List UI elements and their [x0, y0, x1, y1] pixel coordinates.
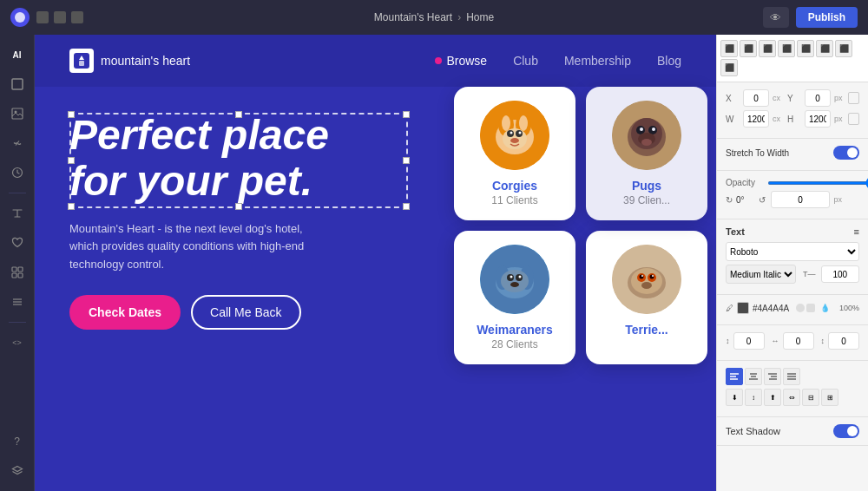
valign-stretch-btn[interactable]: ⇔	[783, 389, 800, 406]
svg-point-42	[510, 276, 513, 278]
text-shadow-toggle[interactable]	[833, 424, 859, 438]
spacing-b-icon: ↕	[821, 337, 825, 345]
text-shadow-row: Text Shadow	[726, 424, 859, 438]
font-size-input[interactable]	[821, 265, 860, 283]
rotation-input[interactable]	[771, 191, 831, 208]
valign-stretch2-btn[interactable]: ⊟	[802, 389, 819, 406]
grid-icon[interactable]	[4, 259, 30, 285]
svg-point-50	[640, 275, 644, 279]
h-input[interactable]	[805, 110, 831, 128]
ai-icon[interactable]: AI	[4, 42, 30, 68]
link-pos-icon[interactable]	[848, 92, 859, 104]
pt-align6[interactable]: ⬛	[816, 40, 833, 57]
font-weight-select[interactable]: Medium Italic Regular Bold	[726, 265, 796, 284]
clock-icon[interactable]	[4, 160, 30, 186]
x-unit: cx	[773, 94, 780, 102]
text-shadow-toggle-dot	[847, 426, 858, 436]
color-circle1[interactable]	[796, 304, 805, 312]
text-icon[interactable]	[4, 200, 30, 226]
align-center-btn[interactable]	[745, 368, 762, 385]
code-icon[interactable]: <>	[4, 330, 30, 356]
call-me-back-button[interactable]: Call Me Back	[191, 295, 300, 330]
valign-bottom-btn[interactable]: ⬇	[726, 389, 743, 406]
pt-align8[interactable]: ⬛	[720, 59, 738, 76]
corgi-clients: 11 Clients	[468, 194, 562, 206]
add-ctrl[interactable]	[71, 11, 83, 23]
nav-membership[interactable]: Membership	[564, 54, 631, 68]
handle-mr[interactable]	[403, 157, 410, 164]
check-dates-button[interactable]: Check Dates	[69, 295, 181, 330]
minimize-ctrl[interactable]	[36, 11, 49, 23]
pet-card-weimaraners: Weimaraners 28 Clients	[454, 231, 575, 364]
svg-rect-1	[12, 79, 23, 89]
image-icon[interactable]	[4, 101, 30, 127]
rotation-lock[interactable]	[847, 193, 859, 206]
svg-point-39	[501, 270, 529, 292]
text-menu-icon[interactable]: ≡	[854, 226, 859, 237]
layout-icon[interactable]	[4, 71, 30, 97]
svg-rect-2	[12, 108, 23, 119]
pt-align4[interactable]: ⬛	[778, 40, 795, 57]
svg-point-23	[510, 132, 513, 134]
breadcrumb-sep: ›	[457, 11, 461, 23]
spacing-t-input[interactable]	[733, 332, 765, 350]
color-section: 🖊 #4A4A4A 💧 100%	[717, 295, 868, 325]
opacity-slider[interactable]	[767, 181, 868, 185]
link-icon[interactable]	[4, 130, 30, 156]
hex-ctrl[interactable]	[54, 11, 66, 23]
handle-br[interactable]	[403, 203, 410, 210]
nav-club[interactable]: Club	[513, 54, 538, 68]
site-logo-text: mountain's heart	[101, 54, 190, 68]
h-unit: px	[834, 115, 843, 123]
publish-button[interactable]: Publish	[796, 7, 858, 28]
valign-middle-btn[interactable]: ↕	[745, 389, 762, 406]
align-left-btn[interactable]	[726, 368, 743, 385]
lock-ratio-icon[interactable]	[848, 113, 859, 125]
spacing-r-input[interactable]	[783, 332, 814, 350]
handle-tr[interactable]	[403, 111, 410, 118]
pt-align5[interactable]: ⬛	[797, 40, 814, 57]
svg-point-25	[510, 138, 519, 143]
breadcrumb-site: Mountain's Heart	[374, 11, 452, 23]
hero-title-line1: Perfect place	[69, 113, 329, 159]
weimaraner-avatar	[480, 245, 549, 314]
nav-browse[interactable]: Browse	[435, 54, 487, 68]
color-circle2[interactable]	[806, 304, 815, 312]
text-section: Text ≡ Roboto Arial Georgia Medium Itali…	[717, 219, 868, 295]
svg-point-53	[652, 275, 654, 277]
svg-rect-8	[18, 273, 23, 278]
valign-distribute-btn[interactable]: ⊞	[821, 389, 838, 406]
color-swatch[interactable]	[737, 302, 749, 314]
align-justify-btn[interactable]	[783, 368, 800, 385]
y-input[interactable]	[805, 89, 831, 107]
terrier-name: Terrie...	[600, 323, 694, 337]
spacing-b-input[interactable]	[828, 332, 859, 350]
list-icon[interactable]	[4, 289, 30, 315]
top-bar: Mountain's Heart › Home 👁 Publish	[0, 0, 868, 35]
svg-point-24	[519, 132, 522, 134]
pt-align2[interactable]: ⬛	[740, 40, 757, 57]
layers-icon[interactable]	[4, 458, 30, 484]
stretch-row: Stretch To Width	[726, 146, 859, 160]
spacing-row: ↕ ↔ ↕	[726, 332, 859, 350]
heart-icon[interactable]	[4, 230, 30, 256]
pt-align1[interactable]: ⬛	[720, 40, 738, 57]
stretch-toggle[interactable]	[833, 146, 859, 160]
position-section: X cx Y px W cx H px	[717, 82, 868, 139]
color-icon: 🖊	[726, 304, 733, 312]
nav-blog[interactable]: Blog	[657, 54, 681, 68]
question-icon[interactable]: ?	[4, 429, 30, 455]
y-unit: px	[834, 94, 843, 102]
font-select[interactable]: Roboto Arial Georgia	[726, 242, 859, 261]
align-right-btn[interactable]	[764, 368, 781, 385]
w-input[interactable]	[743, 110, 769, 128]
pug-avatar	[612, 101, 681, 170]
x-input[interactable]	[743, 89, 769, 107]
terrier-avatar	[612, 245, 681, 314]
canvas-area[interactable]: mountain's heart Browse Club Membership …	[35, 35, 716, 491]
valign-top-btn[interactable]: ⬆	[764, 389, 781, 406]
preview-button[interactable]: 👁	[763, 7, 789, 28]
pt-align7[interactable]: ⬛	[835, 40, 852, 57]
pet-card-corgies: Corgies 11 Clients	[454, 87, 575, 220]
pt-align3[interactable]: ⬛	[759, 40, 776, 57]
